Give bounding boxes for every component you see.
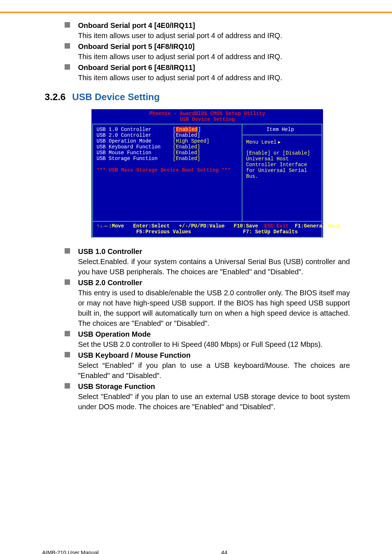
square-bullet-icon [65, 279, 70, 285]
bios-screenshot: Phoenix - AwardBIOS CMOS Setup Utility U… [91, 109, 323, 238]
bios-key: USB Operation Mode [97, 138, 173, 144]
bios-menu-level: Menu Level ▸ [246, 139, 318, 145]
section-title: USB Device Setting [72, 91, 160, 102]
bios-row: USB 2.0 Controller [Enabled] [97, 132, 238, 138]
item-heading: USB Keyboard / Mouse Function [78, 350, 350, 360]
bios-row: USB Storage Function [Enabled] [97, 156, 238, 161]
item-body: Select "Enabled" if you plan to use an e… [78, 391, 350, 412]
bios-value: Enabled [176, 132, 197, 138]
item-heading: USB Operation Mode [78, 329, 350, 339]
square-bullet-icon [65, 22, 70, 28]
item-heading: USB Storage Function [78, 381, 350, 391]
item-heading: USB 1.0 Controller [78, 246, 350, 257]
bios-help-body: [Enable] or [Disable] Universal Host Con… [246, 150, 318, 179]
bios-key: USB Keyboard Function [97, 144, 173, 150]
square-bullet-icon [65, 43, 70, 49]
bios-key: USB Storage Function [97, 156, 173, 161]
list-item: USB Operation Mode Set the USB 2.0 contr… [65, 329, 350, 349]
bios-row: USB Operation Mode [High Speed] [97, 138, 238, 144]
bios-title-1: Phoenix - AwardBIOS CMOS Setup Utility [92, 109, 322, 116]
item-body: This item allows user to adjust serial p… [78, 52, 350, 62]
item-body: This item allows user to adjust serial p… [78, 73, 350, 83]
item-body: Select “Enabled” if you plan to use a US… [78, 360, 350, 381]
bios-value: Enabled [176, 144, 197, 150]
list-item: USB Storage Function Select "Enabled" if… [65, 381, 350, 412]
bios-value: Enabled [176, 127, 198, 132]
bios-help-title: Item Help [246, 127, 318, 132]
bios-help-pane: Item Help Menu Level ▸ [Enable] or [Disa… [242, 124, 322, 222]
bios-value: High Speed [176, 138, 206, 144]
list-item: Onboard Serial port 4 [4E0/IRQ11] This i… [65, 20, 350, 41]
page-footer: AIMB-210 User Manual 44 [42, 549, 350, 554]
bios-left-pane: USB 1.0 Controller [Enabled] USB 2.0 Con… [92, 124, 242, 222]
section-heading: 3.2.6 USB Device Setting [45, 91, 350, 103]
square-bullet-icon [65, 383, 70, 389]
bios-row: USB Mouse Function [Enabled] [97, 150, 238, 156]
list-item: USB 2.0 Controller This entry is used to… [65, 278, 350, 328]
item-heading: Onboard Serial port 6 [4E8/IRQ11] [78, 62, 350, 73]
bios-boot-line: *** USB Mass Storage Device Boot Setting… [97, 167, 238, 173]
square-bullet-icon [65, 331, 70, 336]
bios-key: USB Mouse Function [97, 150, 173, 156]
square-bullet-icon [65, 64, 70, 70]
bios-value: Enabled [176, 156, 197, 161]
list-item: USB 1.0 Controller Select.Enabled. if yo… [65, 246, 350, 277]
footer-left: AIMB-210 User Manual [42, 549, 99, 554]
item-body: Select.Enabled. if your system contains … [78, 257, 350, 277]
list-item: Onboard Serial port 5 [4F8/IRQ10] This i… [65, 41, 350, 62]
item-body: This entry is used to disable/enable the… [78, 288, 350, 328]
item-body: This item allows user to adjust serial p… [78, 30, 350, 41]
list-item: USB Keyboard / Mouse Function Select “En… [65, 350, 350, 381]
bios-row: USB 1.0 Controller [Enabled] [97, 127, 238, 132]
list-item: Onboard Serial port 6 [4E8/IRQ11] This i… [65, 62, 350, 83]
bios-footer: ↑↓→←:Move Enter:Select +/-/PU/PD:Value F… [93, 222, 322, 237]
item-heading: Onboard Serial port 5 [4F8/IRQ10] [78, 41, 350, 52]
item-heading: Onboard Serial port 4 [4E0/IRQ11] [78, 20, 350, 30]
section-number: 3.2.6 [45, 91, 66, 102]
bios-value: Enabled [176, 150, 197, 156]
bios-row: USB Keyboard Function [Enabled] [97, 144, 238, 150]
footer-page: 44 [221, 549, 228, 554]
item-body: Set the USB 2.0 controller to Hi Speed (… [78, 339, 350, 349]
square-bullet-icon [65, 352, 70, 357]
bios-title-2: USB Device Setting [92, 116, 322, 124]
item-heading: USB 2.0 Controller [78, 278, 350, 288]
square-bullet-icon [65, 248, 70, 254]
bios-key: USB 2.0 Controller [97, 132, 173, 138]
bios-key: USB 1.0 Controller [97, 127, 173, 132]
